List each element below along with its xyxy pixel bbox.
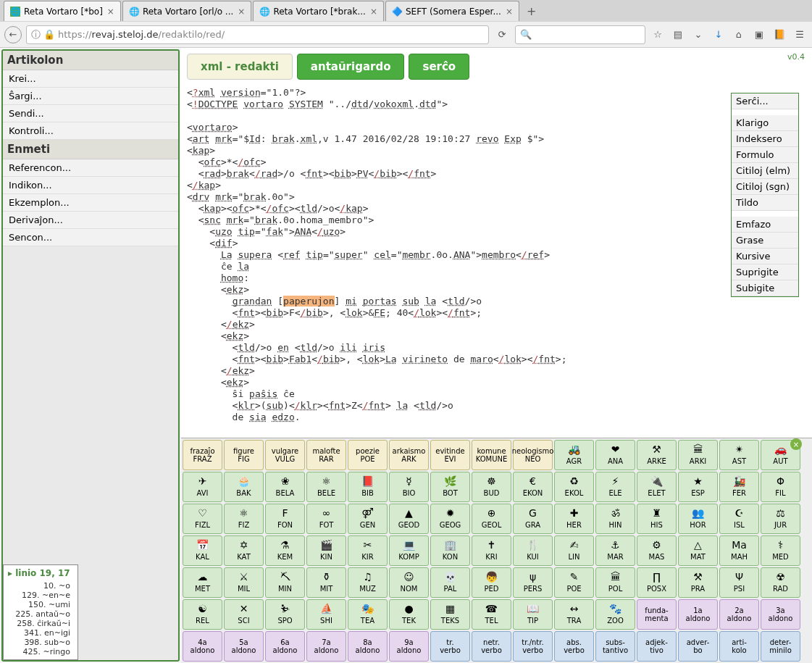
grid-cell-TEA[interactable]: 🎭TEA	[348, 599, 388, 630]
tab-2[interactable]: 🌐 Reta Vortaro [*brak... ×	[253, 1, 384, 21]
grid-cell-MAS[interactable]: ⚙MAS	[637, 535, 677, 566]
grid-cell-NEO[interactable]: neologismoNEO	[513, 440, 553, 470]
tab-sercho[interactable]: serĉo	[409, 54, 469, 80]
grid-cell-FER[interactable]: 🚂FER	[719, 472, 759, 502]
sidebar-item[interactable]: Ŝargi...	[3, 88, 178, 105]
grid-close-button[interactable]: ×	[790, 438, 802, 450]
grid-cell-POE[interactable]: poeziePOE	[348, 440, 388, 470]
grid-cell-TIP[interactable]: 📖TIP	[513, 599, 553, 630]
grid-cell-aldono[interactable]: 6aaldono	[265, 631, 305, 662]
grid-cell-KUI[interactable]: 🍴KUI	[513, 535, 553, 566]
right-panel-item[interactable]: Kursive	[732, 249, 798, 264]
grid-cell-EKON[interactable]: €EKON	[513, 472, 553, 502]
star-icon[interactable]: ☆	[650, 27, 666, 43]
grid-cell-FIZ[interactable]: ⚛FIZ	[224, 504, 264, 534]
grid-cell-ELET[interactable]: 🔌ELET	[637, 472, 677, 502]
grid-cell-minilo[interactable]: deter-minilo	[761, 631, 800, 662]
grid-cell-aldono[interactable]: 5aaldono	[224, 631, 264, 662]
grid-cell-FIZL[interactable]: ♡FIZL	[183, 504, 222, 534]
grid-cell-GEOD[interactable]: ▲GEOD	[389, 504, 429, 534]
tab-xml-redakti[interactable]: xml - redakti	[187, 54, 293, 80]
grid-cell-aldono[interactable]: 8aaldono	[348, 631, 388, 662]
right-panel-item[interactable]: Formulo	[732, 147, 798, 163]
right-panel-item[interactable]: Serĉi...	[732, 93, 798, 109]
sidebar-item[interactable]: Sendi...	[3, 105, 178, 122]
close-icon[interactable]: ×	[107, 7, 114, 17]
grid-cell-PAL[interactable]: 💀PAL	[430, 567, 470, 598]
back-button[interactable]: ←	[4, 26, 22, 43]
grid-cell-SPO[interactable]: ⛷SPO	[265, 599, 305, 630]
line-entry[interactable]: 10. ~o	[8, 581, 73, 591]
right-panel-item[interactable]: Indeksero	[732, 131, 798, 147]
grid-cell-RAD[interactable]: ☢RAD	[761, 567, 800, 598]
grid-cell-KON[interactable]: 🏢KON	[430, 535, 470, 566]
grid-cell-aldono[interactable]: 4aaldono	[183, 631, 222, 662]
grid-cell-REL[interactable]: ☯REL	[183, 599, 222, 630]
line-entry[interactable]: 258. ĉirkaŭ~i	[8, 619, 73, 628]
book-icon[interactable]: 📙	[771, 27, 787, 43]
sidebar-item[interactable]: Referencon...	[3, 159, 178, 177]
sidebar-item[interactable]: Ekzemplon...	[3, 194, 178, 212]
grid-cell-GEN[interactable]: ⚤GEN	[348, 504, 388, 534]
grid-cell-MIN[interactable]: ⛏MIN	[265, 567, 305, 598]
grid-cell-MAR[interactable]: ⚓MAR	[595, 535, 635, 566]
grid-cell-AST[interactable]: ✴AST	[719, 440, 759, 470]
grid-cell-ARKE[interactable]: ⚒ARKE	[637, 440, 677, 470]
grid-cell-PSI[interactable]: ΨPSI	[719, 567, 759, 598]
sidebar-item[interactable]: Derivaĵon...	[3, 212, 178, 229]
grid-cell-BELE[interactable]: ⚛BELE	[306, 472, 346, 502]
grid-cell-VULG[interactable]: vulgareVULG	[265, 440, 305, 470]
sidebar-item[interactable]: Krei...	[3, 70, 178, 88]
grid-cell-RAR[interactable]: malofteRAR	[306, 440, 346, 470]
grid-cell-menta[interactable]: funda-menta	[637, 599, 677, 630]
grid-cell-GEOG[interactable]: ✹GEOG	[430, 504, 470, 534]
grid-cell-GRA[interactable]: GGRA	[513, 504, 553, 534]
grid-cell-EKOL[interactable]: ♻EKOL	[554, 472, 594, 502]
grid-cell-aldono[interactable]: 9aaldono	[389, 631, 429, 662]
grid-cell-MAT[interactable]: △MAT	[678, 535, 718, 566]
line-entry[interactable]: 341. en~igi	[8, 628, 73, 638]
grid-cell-aldono[interactable]: 7aaldono	[306, 631, 346, 662]
tab-0[interactable]: 🌐 Reta Vortaro [*bo] ×	[4, 1, 121, 21]
grid-cell-MED[interactable]: ⚕MED	[761, 535, 800, 566]
grid-cell-tantivo[interactable]: subs-tantivo	[595, 631, 635, 662]
right-panel-item[interactable]: Klarigo	[732, 115, 798, 131]
grid-cell-TEK[interactable]: ●TEK	[389, 599, 429, 630]
grid-cell-verbo[interactable]: tr./ntr.verbo	[513, 631, 553, 662]
line-entry[interactable]: 425. ~ringo	[8, 647, 73, 656]
menu-icon[interactable]: ☰	[792, 27, 808, 43]
grid-cell-BIO[interactable]: ☿BIO	[389, 472, 429, 502]
grid-cell-MUZ[interactable]: ♫MUZ	[348, 567, 388, 598]
grid-cell-aldono[interactable]: 3aaldono	[761, 599, 800, 630]
grid-cell-TEKS[interactable]: ▦TEKS	[430, 599, 470, 630]
grid-cell-HER[interactable]: ✚HER	[554, 504, 594, 534]
tab-3[interactable]: 🔷 SEFT (Somera Esper... ×	[385, 1, 519, 21]
download-icon[interactable]: ↓	[711, 27, 727, 43]
grid-cell-BOT[interactable]: 🌿BOT	[430, 472, 470, 502]
grid-cell-bo[interactable]: adver-bo	[678, 631, 718, 662]
grid-cell-ISL[interactable]: ☪ISL	[719, 504, 759, 534]
new-tab-button[interactable]: +	[521, 4, 542, 18]
grid-cell-FRAZ[interactable]: frazaĵoFRAZ	[183, 440, 222, 470]
sidebar-item[interactable]: Sencon...	[3, 229, 178, 246]
grid-cell-BUD[interactable]: ☸BUD	[472, 472, 511, 502]
grid-cell-AGR[interactable]: 🚜AGR	[554, 440, 594, 470]
line-entry[interactable]: 129. ~en~e	[8, 591, 73, 600]
grid-cell-PRA[interactable]: ⚒PRA	[678, 567, 718, 598]
right-panel-item[interactable]: Suprigite	[732, 264, 798, 280]
grid-cell-HIN[interactable]: ॐHIN	[595, 504, 635, 534]
grid-cell-POSX[interactable]: ∏POSX	[637, 567, 677, 598]
grid-cell-ESP[interactable]: ★ESP	[678, 472, 718, 502]
sidebar-item[interactable]: Indikon...	[3, 177, 178, 194]
grid-cell-kolo[interactable]: arti-kolo	[719, 631, 759, 662]
grid-cell-PED[interactable]: 👦PED	[472, 567, 511, 598]
grid-cell-verbo[interactable]: tr.verbo	[430, 631, 470, 662]
list-icon[interactable]: ▤	[670, 27, 686, 43]
xml-editor[interactable]: <?xml version="1.0"?> <!DOCTYPE vortaro …	[181, 86, 812, 426]
search-input[interactable]: 🔍	[515, 25, 645, 44]
tab-1[interactable]: 🌐 Reta Vortaro [orl/o ... ×	[122, 1, 252, 21]
grid-cell-FIG[interactable]: figureFIG	[224, 440, 264, 470]
grid-cell-NOM[interactable]: ☺NOM	[389, 567, 429, 598]
grid-cell-KIR[interactable]: ✂KIR	[348, 535, 388, 566]
line-entry[interactable]: 398. sub~o	[8, 638, 73, 647]
